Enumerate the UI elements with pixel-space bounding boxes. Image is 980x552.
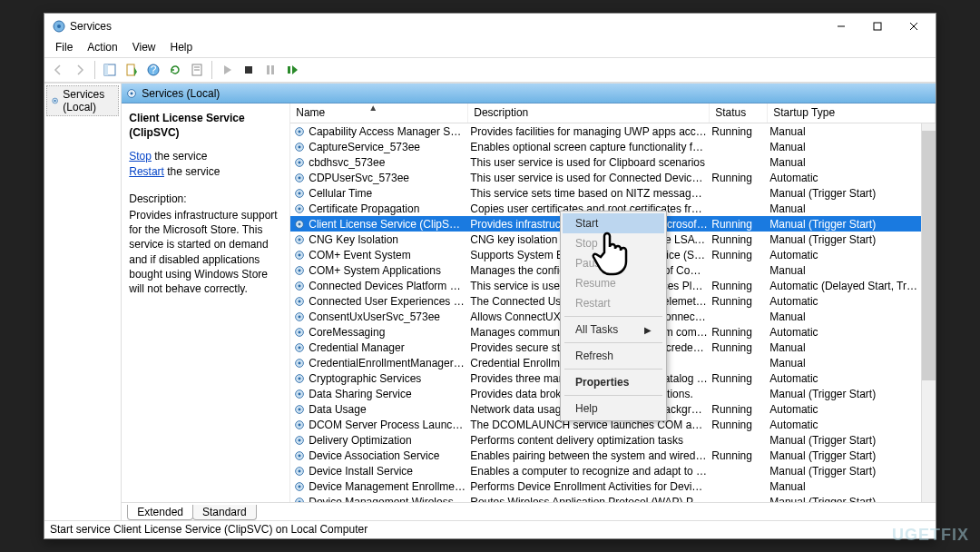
col-status[interactable]: Status	[710, 104, 768, 123]
menu-action[interactable]: Action	[80, 39, 124, 57]
cell-status: Running	[711, 295, 769, 308]
cell-description: Routes Wireless Application Protocol (WA…	[470, 496, 711, 503]
ctx-all-tasks[interactable]: All Tasks▶	[563, 320, 664, 340]
cell-startup: Manual	[769, 310, 921, 323]
service-row[interactable]: Device Management Enrollment ServicePerf…	[290, 478, 921, 494]
cell-name: Device Install Service	[309, 465, 470, 478]
service-row[interactable]: Device Association ServiceEnables pairin…	[290, 448, 921, 463]
cell-startup: Manual (Trigger Start)	[769, 388, 921, 400]
svg-rect-16	[271, 65, 274, 74]
service-row[interactable]: CaptureService_573eeEnables optional scr…	[290, 139, 921, 154]
service-row[interactable]: CDPUserSvc_573eeThis user service is use…	[290, 170, 921, 185]
menu-file[interactable]: File	[48, 39, 80, 57]
service-row[interactable]: Delivery OptimizationPerforms content de…	[290, 432, 921, 448]
status-bar: Start service Client License Service (Cl…	[44, 520, 936, 538]
svg-point-69	[299, 485, 301, 488]
separator	[564, 316, 662, 317]
service-row[interactable]: Cellular TimeThis service sets time base…	[290, 185, 921, 201]
svg-point-57	[299, 392, 301, 395]
context-menu: Start Stop Pause Resume Restart All Task…	[560, 211, 667, 421]
svg-point-45	[299, 300, 301, 302]
ctx-restart: Restart	[563, 293, 664, 313]
cell-startup: Manual (Trigger Start)	[769, 218, 921, 231]
service-row[interactable]: Device Install ServiceEnables a computer…	[290, 463, 921, 478]
tree-node-label: Services (Local)	[63, 88, 114, 113]
tree-node-services-local[interactable]: Services (Local)	[46, 85, 119, 116]
cell-startup: Automatic	[769, 249, 921, 261]
stop-service-link[interactable]: Stop	[129, 150, 152, 163]
cell-name: Connected User Experiences and Telemetry	[309, 295, 470, 308]
pause-service-button	[260, 60, 280, 80]
col-description[interactable]: Description	[468, 104, 710, 123]
svg-point-37	[299, 238, 301, 241]
svg-rect-17	[288, 66, 290, 74]
gear-icon	[125, 87, 138, 100]
cell-name: Device Association Service	[309, 449, 470, 462]
refresh-button[interactable]	[165, 60, 185, 80]
minimize-button[interactable]	[823, 14, 859, 39]
properties-button[interactable]	[187, 60, 207, 80]
separator	[564, 342, 662, 343]
ctx-properties[interactable]: Properties	[563, 372, 664, 392]
separator	[564, 395, 662, 396]
cell-name: DCOM Server Process Launcher	[309, 419, 470, 431]
service-row[interactable]: Device Management Wireless ApplicationRo…	[290, 494, 921, 502]
stop-service-button[interactable]	[239, 60, 259, 80]
svg-point-51	[299, 346, 301, 349]
cell-name: Cellular Time	[309, 187, 470, 200]
svg-point-1	[57, 25, 61, 28]
restart-service-link[interactable]: Restart	[129, 165, 164, 178]
show-hide-tree-button[interactable]	[100, 60, 120, 80]
ctx-start[interactable]: Start	[563, 213, 664, 233]
svg-rect-8	[127, 64, 134, 75]
cell-description: This user service is used for Connected …	[470, 172, 711, 184]
export-list-button[interactable]	[122, 60, 142, 80]
svg-rect-14	[245, 66, 252, 74]
svg-point-39	[299, 253, 301, 256]
service-row[interactable]: Capability Access Manager ServiceProvide…	[290, 123, 921, 139]
menu-view[interactable]: View	[125, 39, 163, 57]
vertical-scrollbar[interactable]	[921, 123, 936, 502]
column-header-bar: Services (Local)	[122, 84, 936, 104]
svg-text:?: ?	[151, 64, 157, 76]
restart-service-button[interactable]	[282, 60, 302, 80]
cell-startup: Manual	[769, 141, 921, 153]
cell-name: cbdhsvc_573ee	[309, 156, 470, 169]
maximize-button[interactable]	[859, 14, 896, 39]
tab-extended[interactable]: Extended	[127, 505, 193, 520]
scroll-thumb[interactable]	[922, 131, 936, 380]
cell-startup: Manual (Trigger Start)	[769, 233, 921, 246]
cell-startup: Manual (Trigger Start)	[769, 449, 921, 462]
ctx-refresh[interactable]: Refresh	[563, 346, 664, 366]
cell-startup: Automatic	[769, 419, 921, 431]
svg-point-63	[299, 439, 301, 441]
col-startup[interactable]: Startup Type	[768, 104, 936, 123]
svg-point-23	[299, 130, 301, 133]
cell-name: CNG Key Isolation	[309, 233, 470, 246]
svg-point-31	[299, 192, 301, 194]
cell-startup: Manual	[769, 156, 921, 169]
cell-startup: Automatic	[769, 295, 921, 308]
gear-icon	[51, 94, 59, 107]
help-button[interactable]: ?	[143, 60, 163, 80]
svg-point-33	[299, 207, 301, 210]
service-row[interactable]: cbdhsvc_573eeThis user service is used f…	[290, 154, 921, 170]
svg-point-47	[299, 315, 301, 318]
selected-service-title: Client License Service (ClipSVC)	[129, 111, 280, 140]
cell-name: Device Management Wireless Application	[309, 496, 470, 503]
ctx-help[interactable]: Help	[563, 399, 664, 419]
close-button[interactable]	[896, 14, 932, 39]
svg-point-49	[299, 330, 301, 333]
cell-status: Running	[711, 125, 769, 138]
svg-point-29	[299, 176, 301, 179]
col-name[interactable]: Name▲	[290, 104, 468, 123]
menu-help[interactable]: Help	[163, 39, 201, 57]
sort-asc-icon: ▲	[368, 103, 377, 113]
tab-standard[interactable]: Standard	[192, 505, 257, 520]
cell-startup: Automatic (Delayed Start, Tr…	[769, 280, 921, 292]
submenu-arrow-icon: ▶	[644, 325, 652, 335]
cell-description: Performs content delivery optimization t…	[470, 434, 711, 447]
cell-name: Connected Devices Platform Service	[309, 280, 470, 292]
cell-name: CDPUserSvc_573ee	[309, 172, 470, 184]
cell-name: CaptureService_573ee	[309, 141, 470, 153]
